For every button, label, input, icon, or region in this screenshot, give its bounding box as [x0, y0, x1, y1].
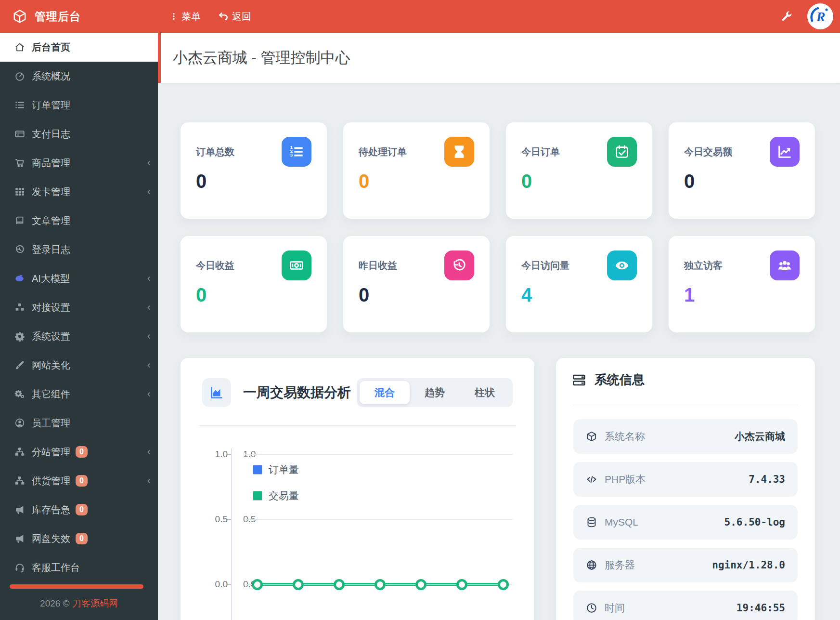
ordered-list-icon: 123	[282, 137, 311, 167]
stat-value: 0	[359, 284, 474, 306]
sidebar-item-label: 系统概况	[32, 70, 70, 83]
system-info-row-时间: 时间19:46:55	[573, 591, 798, 620]
sidebar-item-label: 支付日志	[32, 128, 70, 141]
credit-card-icon	[14, 128, 26, 140]
cubes-icon	[14, 302, 26, 313]
wrench-icon[interactable]	[780, 10, 793, 23]
sidebar-item-label: 文章管理	[32, 214, 70, 227]
stat-label: 昨日收益	[359, 259, 397, 272]
system-info-label: PHP版本	[605, 473, 646, 486]
menu-label: 菜单	[181, 10, 201, 23]
app-title: 管理后台	[35, 9, 81, 24]
content: 订单总数1230待处理订单0今日订单0今日交易额0今日收益0昨日收益0今日访问量…	[158, 122, 840, 620]
system-info-label: 服务器	[605, 558, 635, 572]
menu-button[interactable]: 菜单	[169, 10, 201, 23]
sitemap-icon	[14, 475, 26, 487]
stat-value: 1	[684, 284, 800, 306]
sidebar-item-分站管理[interactable]: 分站管理0‹	[0, 437, 158, 466]
system-info-label: MySQL	[605, 516, 638, 528]
sidebar: 后台首页系统概况订单管理支付日志商品管理‹发卡管理‹文章管理登录日志AI大模型‹…	[0, 33, 158, 620]
sidebar-item-label: 客服工作台	[32, 561, 80, 574]
money-icon	[282, 251, 311, 280]
sidebar-item-客服工作台[interactable]: 客服工作台	[0, 553, 158, 582]
chart-title: 一周交易数据分析	[243, 383, 351, 402]
sitemap-icon	[14, 446, 26, 458]
sidebar-item-label: 登录日志	[32, 243, 70, 256]
brand: 管理后台	[0, 9, 158, 24]
stat-label: 独立访客	[684, 259, 723, 272]
chevron-left-icon: ‹	[147, 389, 151, 399]
stat-label: 待处理订单	[359, 145, 407, 158]
stat-card-今日收益: 今日收益0	[181, 236, 327, 332]
chart-tab-混合[interactable]: 混合	[360, 381, 410, 404]
sidebar-footer: 2026 © 刀客源码网	[0, 597, 158, 610]
sidebar-scrollbar[interactable]	[10, 584, 143, 589]
sidebar-item-登录日志[interactable]: 登录日志	[0, 235, 158, 264]
page-titlebar: 小杰云商城 - 管理控制中心	[158, 33, 840, 83]
system-info-row-系统名称: 系统名称小杰云商城	[573, 419, 798, 454]
sidebar-item-员工管理[interactable]: 员工管理	[0, 409, 158, 437]
sidebar-item-label: 订单管理	[32, 99, 70, 112]
book-icon	[14, 215, 26, 226]
user-avatar[interactable]: R	[807, 3, 833, 29]
hourglass-icon	[444, 137, 474, 167]
gauge-icon	[14, 70, 26, 82]
cube-logo-icon	[12, 9, 27, 24]
back-button[interactable]: 返回	[218, 10, 251, 23]
sidebar-item-供货管理[interactable]: 供货管理0‹	[0, 466, 158, 495]
stat-label: 今日订单	[521, 145, 560, 158]
calendar-check-icon	[607, 137, 637, 167]
stat-card-独立访客: 独立访客1	[669, 236, 815, 332]
chart-plot-area: 订单量交易量 1.01.00.50.50.00.0	[181, 425, 534, 620]
sidebar-item-对接设置[interactable]: 对接设置‹	[0, 293, 158, 322]
database-icon	[586, 516, 597, 528]
chevron-left-icon: ‹	[147, 302, 151, 313]
gridline	[246, 519, 513, 520]
sidebar-item-发卡管理[interactable]: 发卡管理‹	[0, 177, 158, 206]
y-axis-line	[231, 449, 232, 620]
clock-icon	[586, 602, 597, 614]
sidebar-item-label: 库存告急	[32, 503, 70, 516]
chevron-left-icon: ‹	[147, 475, 151, 486]
sidebar-item-系统概况[interactable]: 系统概况	[0, 62, 158, 91]
system-info-value: 5.6.50-log	[724, 516, 785, 528]
stat-label: 今日访问量	[521, 259, 569, 272]
sidebar-item-支付日志[interactable]: 支付日志	[0, 119, 158, 148]
bullhorn-icon	[14, 504, 26, 515]
history-icon	[444, 251, 474, 280]
stat-label: 今日收益	[196, 259, 234, 272]
stat-value: 0	[196, 171, 311, 192]
sidebar-item-网站美化[interactable]: 网站美化‹	[0, 351, 158, 380]
data-point-marker	[498, 579, 509, 590]
sidebar-item-AI大模型[interactable]: AI大模型‹	[0, 264, 158, 293]
stat-card-今日访问量: 今日访问量4	[506, 236, 652, 332]
stat-card-订单总数: 订单总数1230	[181, 122, 327, 219]
legend-item-订单量[interactable]: 订单量	[253, 463, 299, 476]
sidebar-item-商品管理[interactable]: 商品管理‹	[0, 148, 158, 177]
sidebar-item-库存告急[interactable]: 库存告急0	[0, 495, 158, 524]
system-info-value: nginx/1.28.0	[712, 559, 785, 571]
chart-tab-趋势[interactable]: 趋势	[410, 381, 460, 404]
sidebar-item-后台首页[interactable]: 后台首页	[0, 33, 158, 62]
area-chart-icon	[202, 378, 231, 407]
chevron-left-icon: ‹	[147, 186, 151, 197]
sidebar-item-其它组件[interactable]: 其它组件‹	[0, 380, 158, 409]
chart-tab-柱状[interactable]: 柱状	[460, 381, 510, 404]
bottom-row: 一周交易数据分析 混合趋势柱状 订单量交易量 1.01.00.50.50.00.…	[181, 358, 815, 620]
sidebar-item-订单管理[interactable]: 订单管理	[0, 91, 158, 119]
trend-chart-icon	[770, 137, 800, 167]
system-info-value: 小杰云商城	[735, 430, 785, 443]
chevron-left-icon: ‹	[147, 273, 151, 284]
code-icon	[586, 474, 597, 485]
sidebar-item-系统设置[interactable]: 系统设置‹	[0, 322, 158, 351]
legend-item-交易量[interactable]: 交易量	[253, 489, 299, 502]
footer-link[interactable]: 刀客源码网	[72, 598, 118, 608]
sidebar-item-网盘失效[interactable]: 网盘失效0	[0, 524, 158, 553]
gridline	[246, 454, 513, 455]
data-point-marker	[252, 579, 263, 590]
chevron-left-icon: ‹	[147, 360, 151, 370]
sidebar-item-文章管理[interactable]: 文章管理	[0, 206, 158, 235]
system-info-header: 系统信息	[572, 371, 645, 388]
system-info-label: 时间	[605, 601, 625, 615]
axis-tick	[227, 454, 231, 455]
